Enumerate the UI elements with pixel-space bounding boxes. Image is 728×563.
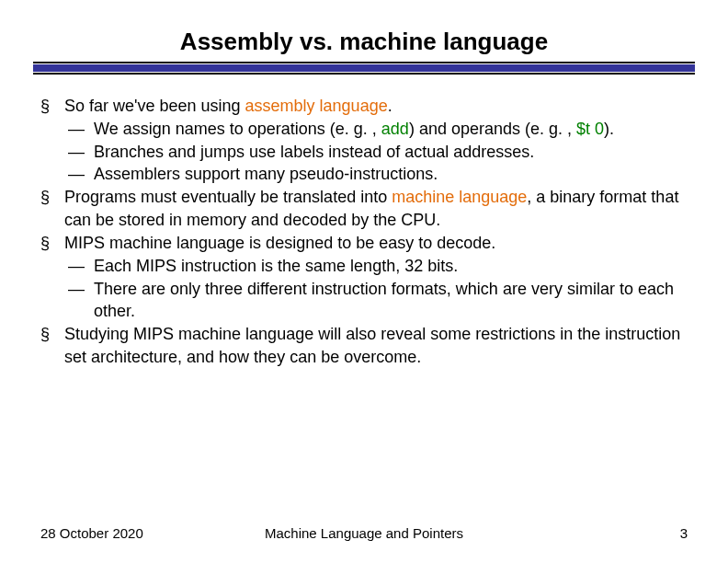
highlight-term: assembly language [245, 97, 388, 115]
slide: Assembly vs. machine language So far we'… [0, 0, 728, 563]
code-term: add [381, 120, 409, 138]
code-term: $t 0 [576, 120, 604, 138]
text: So far we've been using [64, 97, 245, 115]
text: ). [604, 120, 614, 138]
text: There are only three different instructi… [94, 280, 674, 321]
text: Studying MIPS machine language will also… [64, 325, 680, 366]
bullet-level1: So far we've been using assembly languag… [35, 95, 689, 118]
bullet-level1: MIPS machine language is designed to be … [35, 232, 689, 255]
footer-date: 28 October 2020 [40, 525, 143, 541]
text: MIPS machine language is designed to be … [64, 234, 495, 252]
text: Branches and jumps use labels instead of… [94, 143, 534, 161]
text: Assemblers support many pseudo-instructi… [94, 165, 438, 183]
slide-title: Assembly vs. machine language [33, 28, 695, 62]
bullet-level1: Studying MIPS machine language will also… [35, 323, 689, 369]
text: . [388, 97, 392, 115]
bullet-level2: Branches and jumps use labels instead of… [35, 141, 689, 164]
text: Each MIPS instruction is the same length… [94, 257, 458, 275]
title-divider-bar [33, 64, 695, 72]
highlight-term: machine language [392, 188, 527, 206]
footer-title: Machine Language and Pointers [265, 525, 463, 541]
slide-body: So far we've been using assembly languag… [33, 95, 695, 369]
bullet-level2: Each MIPS instruction is the same length… [35, 255, 689, 278]
bullet-level2: There are only three different instructi… [35, 278, 689, 324]
bullet-level1: Programs must eventually be translated i… [35, 186, 689, 232]
text: We assign names to operations (e. g. , [94, 120, 381, 138]
text: Programs must eventually be translated i… [64, 188, 392, 206]
title-divider [33, 62, 695, 75]
bullet-level2: We assign names to operations (e. g. , a… [35, 118, 689, 141]
footer-page-number: 3 [680, 525, 688, 541]
bullet-level2: Assemblers support many pseudo-instructi… [35, 163, 689, 186]
text: ) and operands (e. g. , [409, 120, 576, 138]
slide-footer: 28 October 2020 Machine Language and Poi… [0, 525, 728, 541]
